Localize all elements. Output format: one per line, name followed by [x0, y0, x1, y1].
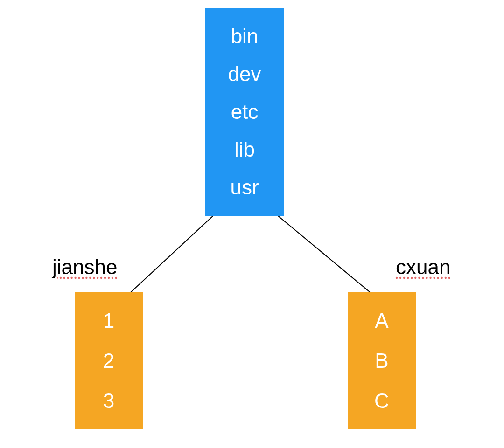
left-item: 3 — [103, 391, 114, 411]
root-item: etc — [231, 102, 259, 122]
right-child-label: cxuan — [396, 255, 450, 279]
left-item: 2 — [103, 351, 114, 371]
root-item: usr — [230, 177, 259, 198]
diagram-canvas: bin dev etc lib usr jianshe 1 2 3 cxuan … — [0, 0, 504, 448]
right-item: C — [374, 391, 389, 411]
left-child-label: jianshe — [52, 255, 117, 279]
right-item: B — [375, 351, 388, 371]
root-directory-box: bin dev etc lib usr — [205, 8, 284, 216]
left-child-box: 1 2 3 — [75, 292, 143, 429]
left-item: 1 — [103, 310, 114, 331]
root-item: dev — [228, 64, 261, 84]
root-item: bin — [231, 26, 259, 47]
root-item: lib — [234, 139, 255, 160]
right-item: A — [375, 310, 388, 331]
right-child-box: A B C — [348, 292, 416, 429]
